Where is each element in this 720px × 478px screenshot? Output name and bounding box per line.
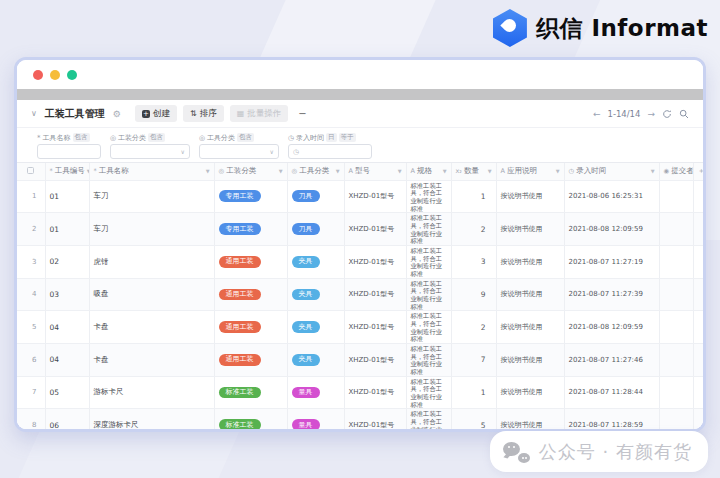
next-page-icon[interactable]: → [647,109,655,119]
cell-time: 2021-08-08 12:09:59 [564,213,659,246]
cell-tool_type: 夹具 [287,343,344,376]
cell-rownum: 2 [17,213,45,246]
filter-label: ◷录入时间日等于 [288,131,372,144]
sort-caret-icon[interactable]: ▼ [651,168,655,174]
cell-tool_type: 量具 [287,376,344,409]
more-toggle[interactable]: − [298,108,306,119]
cell-spec: 标准工装工具，符合工业制造行业标准 [406,409,451,429]
refresh-icon[interactable] [662,109,672,119]
cell-add [693,245,703,278]
watermark: 公众号 · 有颜有货 [490,431,708,472]
filter-select-input[interactable]: ∨ [110,144,190,159]
column-title: 工具分类 [299,166,329,176]
create-button[interactable]: + 创建 [135,105,177,122]
cell-add [693,376,703,409]
brand-logo-icon [493,9,527,47]
filter-field-name: 工具名称 [43,133,71,143]
cell-name: 车刀 [89,180,214,213]
collapse-chevron-icon[interactable]: ∨ [31,109,37,118]
table-row[interactable]: 403吸盘通用工装夹具XHZD-01型号标准工装工具，符合工业制造行业标准9按说… [17,278,703,311]
filter-label: ◎工具分类包含 [199,131,279,144]
sort-caret-icon[interactable]: ▼ [279,168,283,174]
column-header-time[interactable]: ◷录入时间▼ [564,163,659,180]
select-all-checkbox[interactable] [27,167,34,174]
type-badge: 量具 [292,387,320,399]
filter-date-input[interactable]: ◷ [288,144,372,159]
column-header-qty[interactable]: x₂数量▼ [451,163,496,180]
sort-caret-icon[interactable]: ▼ [443,168,447,174]
cell-time: 2021-08-07 11:27:19 [564,245,659,278]
gear-icon[interactable]: ⚙ [113,109,121,119]
cell-add [693,213,703,246]
cell-code: 03 [45,278,89,311]
sort-caret-icon[interactable]: ▼ [336,168,340,174]
select-icon: ◎ [219,167,225,175]
table-row[interactable]: 806深度游标卡尺标准工装量具XHZD-01型号标准工装工具，符合工业制造行业标… [17,409,703,429]
plus-icon: + [142,110,150,118]
sort-caret-icon[interactable]: ▼ [398,168,402,174]
column-header-add[interactable]: ＋ [693,163,703,180]
cell-submitter [659,409,693,429]
cell-submitter [659,245,693,278]
cell-time: 2021-08-06 16:25:31 [564,180,659,213]
prev-page-icon[interactable]: ← [593,109,601,119]
cell-model: XHZD-01型号 [344,213,406,246]
sort-button-label: 排序 [200,108,217,120]
column-header-model[interactable]: A型号▼ [344,163,406,180]
cell-category: 通用工装 [214,245,287,278]
table-row[interactable]: 604卡盘通用工装夹具XHZD-01型号标准工装工具，符合工业制造行业标准7按说… [17,343,703,376]
cell-qty: 2 [451,311,496,344]
number-icon: x₂ [456,167,462,175]
category-badge: 标准工装 [219,387,261,399]
chevron-down-icon: ∨ [270,148,274,155]
table-row[interactable]: 302虎钳通用工装夹具XHZD-01型号标准工装工具，符合工业制造行业标准3按说… [17,245,703,278]
cell-spec: 标准工装工具，符合工业制造行业标准 [406,311,451,344]
view-toolbar: ∨ 工装工具管理 ⚙ + 创建 ⇅ 排序 ▦ 批量操作 − ← 1-14/14 … [17,100,703,128]
column-header-rownum[interactable] [17,163,45,180]
sort-caret-icon[interactable]: ▼ [206,168,210,174]
sort-caret-icon[interactable]: ▼ [556,168,560,174]
batch-actions-button[interactable]: ▦ 批量操作 [230,105,289,122]
cell-add [693,180,703,213]
close-button[interactable] [33,70,43,80]
column-title: 型号 [355,166,370,176]
table-row[interactable]: 504卡盘通用工装夹具XHZD-01型号标准工装工具，符合工业制造行业标准2按说… [17,311,703,344]
column-header-usage[interactable]: A应用说明▼ [496,163,564,180]
cell-spec: 标准工装工具，符合工业制造行业标准 [406,213,451,246]
filter-text-input[interactable] [37,144,101,159]
search-icon[interactable] [679,109,689,119]
sort-button[interactable]: ⇅ 排序 [183,105,224,122]
table-row[interactable]: 705游标卡尺标准工装量具XHZD-01型号标准工装工具，符合工业制造行业标准1… [17,376,703,409]
type-badge: 量具 [292,419,320,429]
cell-time: 2021-08-07 11:28:44 [564,376,659,409]
cell-submitter [659,278,693,311]
cell-usage: 按说明书使用 [496,180,564,213]
cell-model: XHZD-01型号 [344,376,406,409]
table-row[interactable]: 101车刀专用工装刀具XHZD-01型号标准工装工具，符合工业制造行业标准1按说… [17,180,703,213]
cell-qty: 3 [451,245,496,278]
column-header-submitter[interactable]: ◉提交者▼ [659,163,693,180]
sort-icon: ⇅ [190,109,197,118]
column-header-name[interactable]: *工具名称▼ [89,163,214,180]
column-header-code[interactable]: *工具编号▼ [45,163,89,180]
column-header-tool_type[interactable]: ◎工具分类▼ [287,163,344,180]
cell-tool_type: 夹具 [287,278,344,311]
cell-qty: 7 [451,343,496,376]
filter-operator-badge: 包含 [148,133,165,142]
cell-spec: 标准工装工具，符合工业制造行业标准 [406,376,451,409]
column-header-spec[interactable]: A规格▼ [406,163,451,180]
minimize-button[interactable] [50,70,60,80]
column-header-category[interactable]: ◎工装分类▼ [214,163,287,180]
cell-code: 06 [45,409,89,429]
pagination-range: 1-14/14 [607,109,640,119]
field-icon: * [94,167,97,175]
cell-submitter [659,311,693,344]
sort-caret-icon[interactable]: ▼ [488,168,492,174]
table-row[interactable]: 201车刀专用工装刀具XHZD-01型号标准工装工具，符合工业制造行业标准2按说… [17,213,703,246]
column-title: 录入时间 [576,166,606,176]
cell-code: 01 [45,180,89,213]
watermark-text: 公众号 · 有颜有货 [539,440,692,464]
filter-select-input[interactable]: ∨ [199,144,279,159]
maximize-button[interactable] [67,70,77,80]
cell-category: 通用工装 [214,311,287,344]
